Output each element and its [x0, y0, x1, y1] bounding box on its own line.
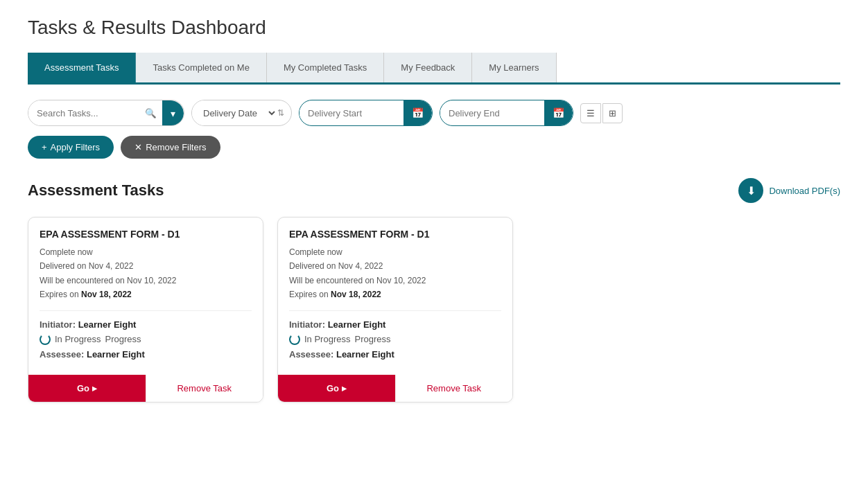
card-1-delivered: Delivered on Nov 4, 2022: [40, 259, 252, 273]
download-icon: ⬇: [738, 178, 763, 203]
page-title: Tasks & Results Dashboard: [28, 17, 840, 39]
task-card-2: EPA ASSESSMENT FORM - D1 Complete now De…: [277, 217, 513, 402]
delivery-end-input[interactable]: [440, 108, 544, 118]
progress-spinner-icon: [40, 334, 51, 345]
card-1-title: EPA ASSESSMENT FORM - D1: [40, 229, 252, 240]
progress-spinner-icon-2: [289, 334, 300, 345]
card-1-remove-task-button[interactable]: Remove Task: [146, 375, 263, 402]
card-2-assessee: Assessee: Learner Eight: [289, 349, 501, 360]
card-1-progress-label: Progress: [105, 334, 141, 344]
apply-filters-label: Apply Filters: [51, 142, 101, 152]
card-2-status-row: In Progress Progress: [289, 334, 501, 345]
search-container: 🔍 ▾: [28, 100, 184, 126]
apply-filters-button[interactable]: + Apply Filters: [28, 136, 114, 159]
delivery-start-calendar-btn[interactable]: 📅: [403, 100, 432, 126]
card-2-go-button[interactable]: Go ▸: [278, 375, 395, 402]
filters-row: 🔍 ▾ Delivery Date ⇅ 📅 📅 ☰ ⊞: [28, 100, 840, 126]
tab-assessment-tasks[interactable]: Assessment Tasks: [28, 53, 136, 82]
cards-grid: EPA ASSESSMENT FORM - D1 Complete now De…: [28, 217, 840, 402]
card-1-footer: Go ▸ Remove Task: [28, 375, 263, 402]
card-2-title: EPA ASSESSMENT FORM - D1: [289, 229, 501, 240]
plus-icon: +: [42, 142, 47, 152]
delivery-date-select[interactable]: Delivery Date: [192, 100, 277, 125]
card-2-status: Complete now: [289, 245, 501, 259]
delivery-end-container: 📅: [440, 100, 573, 126]
search-input[interactable]: [28, 100, 139, 125]
delivery-start-container: 📅: [299, 100, 433, 126]
remove-filters-label: Remove Filters: [146, 142, 206, 152]
remove-filters-button[interactable]: ✕ Remove Filters: [121, 136, 220, 159]
view-toggle: ☰ ⊞: [580, 103, 623, 123]
card-2-footer: Go ▸ Remove Task: [278, 375, 512, 402]
card-1-assessee: Assessee: Learner Eight: [40, 349, 252, 360]
tab-my-completed-tasks[interactable]: My Completed Tasks: [267, 53, 384, 82]
search-dropdown-btn[interactable]: ▾: [162, 100, 184, 126]
card-1-status-row: In Progress Progress: [40, 334, 252, 345]
card-1-go-button[interactable]: Go ▸: [28, 375, 146, 402]
task-card-1: EPA ASSESSMENT FORM - D1 Complete now De…: [28, 217, 263, 402]
action-row: + Apply Filters ✕ Remove Filters: [28, 136, 840, 159]
tab-tasks-completed-on-me[interactable]: Tasks Completed on Me: [136, 53, 266, 82]
x-icon: ✕: [134, 142, 142, 152]
delivery-date-filter: Delivery Date ⇅: [191, 100, 292, 126]
card-2-progress-label: Progress: [354, 334, 390, 344]
card-2-encountered: Will be encountered on Nov 10, 2022: [289, 274, 501, 287]
section-title: Assessment Tasks: [28, 182, 164, 200]
card-2-expires: Expires on Nov 18, 2022: [289, 287, 501, 301]
list-view-btn[interactable]: ☰: [580, 103, 601, 123]
card-2-initiator: Initiator: Learner Eight: [289, 319, 501, 330]
card-1-progress-status: In Progress: [55, 334, 101, 344]
card-1-status: Complete now: [40, 245, 252, 259]
download-pdfs-label: Download PDF(s): [769, 186, 840, 196]
card-2-progress-status: In Progress: [304, 334, 350, 344]
search-icon[interactable]: 🔍: [139, 100, 162, 125]
grid-view-btn[interactable]: ⊞: [602, 103, 623, 123]
delivery-end-calendar-btn[interactable]: 📅: [544, 100, 573, 126]
delivery-start-input[interactable]: [300, 108, 403, 118]
card-1-encountered: Will be encountered on Nov 10, 2022: [40, 274, 252, 287]
card-1-expires: Expires on Nov 18, 2022: [40, 287, 252, 301]
card-1-initiator: Initiator: Learner Eight: [40, 319, 252, 330]
section-header: Assessment Tasks ⬇ Download PDF(s): [28, 178, 840, 203]
tab-my-feedback[interactable]: My Feedback: [384, 53, 472, 82]
card-2-remove-task-button[interactable]: Remove Task: [395, 375, 513, 402]
download-pdfs-button[interactable]: ⬇ Download PDF(s): [738, 178, 840, 203]
tabs-nav: Assessment Tasks Tasks Completed on Me M…: [28, 53, 840, 85]
card-2-delivered: Delivered on Nov 4, 2022: [289, 259, 501, 273]
tab-my-learners[interactable]: My Learners: [472, 53, 556, 82]
